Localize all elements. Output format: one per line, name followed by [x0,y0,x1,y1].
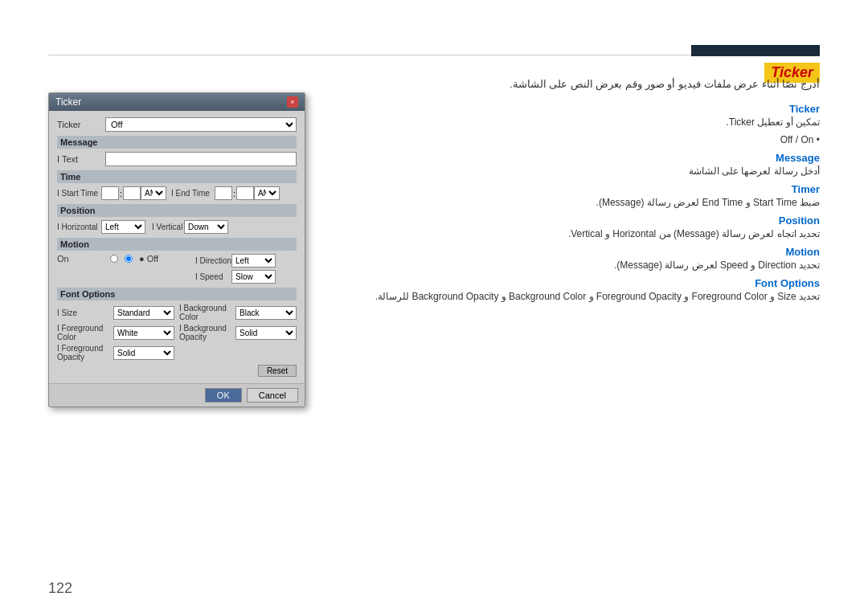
horizontal-select[interactable]: Left Center Right [101,220,145,234]
motion-off-radio[interactable] [125,255,133,263]
direction-select[interactable]: Left Right [231,254,276,268]
bg-color-row: I Background Color Black White [179,304,297,321]
size-label: I Size [57,309,113,317]
speed-select[interactable]: Slow Normal Fast [231,270,276,284]
position-section-header: Position [57,204,297,217]
message-section-header: Message [57,136,297,149]
size-select[interactable]: Standard Large [113,306,174,320]
ticker-field-label: Ticker [57,120,105,129]
ticker-select[interactable]: Off On [105,117,297,132]
reset-button[interactable]: Reset [258,365,297,377]
dialog-title: Ticker [55,96,81,108]
font-options-section-header: Font Options [57,288,297,300]
content-area: أدرج نصًا أثناء عرض ملفات فيديو أو صور و… [48,68,820,565]
direction-row: I Direction Left Right [195,254,276,268]
end-ampm-select[interactable]: AM PM [254,186,280,200]
bg-color-select[interactable]: Black White [235,306,297,320]
time-divider: I End Time [171,189,210,198]
horizontal-label: I Horizontal [57,223,101,231]
bg-opacity-label: I Background Opacity [179,324,235,341]
arabic-intro: أدرج نصًا أثناء عرض ملفات فيديو أو صور و… [145,76,820,93]
bg-opacity-row: I Background Opacity Solid Transparent [179,324,297,341]
motion-section-header: Motion [57,238,297,251]
fg-color-select[interactable]: White Black [113,326,174,340]
end-hour-input[interactable]: 12 [215,186,232,200]
time-section-header: Time [57,170,297,183]
dialog-titlebar: Ticker × [49,93,305,111]
start-time-label: I Start Time [57,189,101,198]
speed-label: I Speed [195,272,231,281]
speed-row: I Speed Slow Normal Fast [195,270,276,284]
time-row: I Start Time 12 : 00 AM PM I End Time 12… [57,186,297,200]
cancel-button[interactable]: Cancel [247,388,298,403]
ok-button[interactable]: OK [205,388,242,403]
fg-opacity-label: I Foreground Opacity [57,344,113,362]
start-min-input[interactable]: 00 [123,186,141,200]
dialog-body: Ticker Off On Message I Text Time I Star… [49,111,305,383]
page-number: 122 [48,580,72,597]
dialog-footer: OK Cancel [49,383,305,407]
direction-speed-group: I Direction Left Right I Speed Slow Norm… [195,254,276,284]
text-field-label: I Text [57,154,105,164]
fg-color-label: I Foreground Color [57,324,113,341]
motion-radio-group: On ● Off [57,254,187,264]
motion-row: On ● Off I Direction Left Right I Speed [57,254,297,284]
fg-opacity-row: I Foreground Opacity Solid Transparent [57,344,174,362]
end-min-input[interactable]: 00 [236,186,254,200]
start-hour-input[interactable]: 12 [101,186,119,200]
motion-on-label: On [57,254,105,264]
font-options-grid: I Size Standard Large I Background Color… [57,304,297,362]
text-row: I Text [57,152,297,166]
ticker-row: Ticker Off On [57,117,297,132]
vertical-select[interactable]: Up Down [184,220,228,234]
position-row: I Horizontal Left Center Right I Vertica… [57,220,297,234]
fg-color-row: I Foreground Color White Black [57,324,174,341]
ticker-dialog: Ticker × Ticker Off On Message I Text Ti… [48,92,305,407]
fg-opacity-select[interactable]: Solid Transparent [113,346,174,360]
top-bar-decoration [691,45,820,56]
bg-opacity-select[interactable]: Solid Transparent [235,326,297,340]
motion-off-label: ● Off [139,254,187,264]
size-row: I Size Standard Large [57,304,174,321]
reset-row: Reset [57,365,297,377]
message-text-input[interactable] [105,152,297,166]
motion-on-radio[interactable] [110,255,118,263]
dialog-close-button[interactable]: × [287,96,298,108]
vertical-label: I Vertical [152,223,184,231]
start-ampm-select[interactable]: AM PM [141,186,166,200]
direction-label: I Direction [195,256,231,265]
bg-color-label: I Background Color [179,304,235,321]
